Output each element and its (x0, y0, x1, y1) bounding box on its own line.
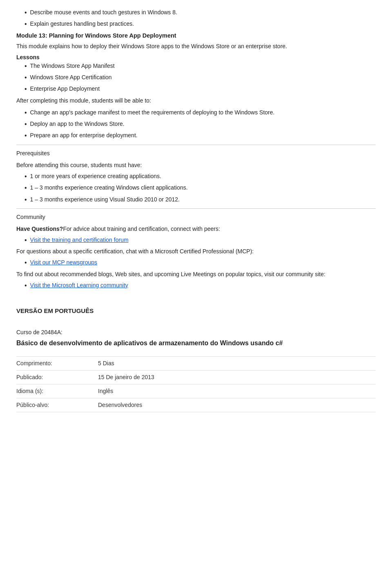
objective-item: • Change an app's package manifest to me… (16, 108, 376, 117)
info-label: Idioma (s): (16, 384, 98, 398)
info-label: Público-alvo: (16, 398, 98, 412)
objective-item: • Prepare an app for enterprise deployme… (16, 131, 376, 140)
prerequisites-section: Prerequisites Before attending this cour… (16, 149, 376, 204)
divider (16, 145, 376, 145)
lesson-text: Enterprise App Deployment (30, 85, 100, 93)
community-title: Community (16, 213, 376, 221)
prereq-item: • 1 – 3 months experience creating Windo… (16, 183, 376, 192)
community-link[interactable]: Visit the Microsoft Learning community (30, 281, 128, 290)
curso-section: Curso de 20484A: Básico de desenvolvimen… (16, 328, 376, 412)
bullet-icon: • (24, 20, 27, 29)
versao-title: VERSÃO EM PORTUGUÊS (16, 306, 376, 316)
community-link[interactable]: Visit our MCP newsgroups (30, 258, 97, 267)
lessons-label: Lessons (16, 54, 40, 60)
bullet-icon: • (24, 85, 27, 94)
bullet-icon: • (24, 258, 27, 267)
community-item: • Visit the training and certification f… (16, 236, 376, 245)
prereq-text: 1 or more years of experience creating a… (30, 172, 161, 181)
have-questions-bold: Have Questions? (16, 226, 63, 232)
versao-section: VERSÃO EM PORTUGUÊS Curso de 20484A: Bás… (16, 306, 376, 412)
for-questions-text: For questions about a specific certifica… (16, 247, 376, 256)
info-row: Idioma (s):Inglês (16, 384, 376, 398)
bullet-icon: • (24, 131, 27, 140)
curso-label: Curso de 20484A: (16, 328, 376, 337)
info-row: Publicado:15 De janeiro de 2013 (16, 370, 376, 384)
divider (16, 208, 376, 209)
info-row: Comprimento:5 Dias (16, 356, 376, 370)
before-text: Before attending this course, students m… (16, 161, 376, 170)
intro-bullets: • Describe mouse events and touch gestur… (16, 8, 376, 29)
lessons-block: Lessons • The Windows Store App Manifest… (16, 53, 376, 94)
module-description: This module explains how to deploy their… (16, 42, 376, 51)
objective-text: Change an app's package manifest to meet… (30, 108, 275, 117)
prerequisites-title: Prerequisites (16, 149, 376, 158)
module-title: Module 13: Planning for Windows Store Ap… (16, 31, 376, 40)
info-label: Publicado: (16, 370, 98, 384)
bullet-icon: • (24, 195, 27, 204)
lesson-text: Windows Store App Certification (30, 73, 112, 82)
info-table: Comprimento:5 DiasPublicado:15 De janeir… (16, 356, 376, 412)
have-questions-rest: For advice about training and certificat… (63, 226, 220, 232)
module13-section: Module 13: Planning for Windows Store Ap… (16, 31, 376, 141)
community-section: Community Have Questions?For advice abou… (16, 213, 376, 290)
prereq-item: • 1 – 3 months experience using Visual S… (16, 195, 376, 204)
community-item: • Visit the Microsoft Learning community (16, 281, 376, 290)
have-questions: Have Questions?For advice about training… (16, 225, 376, 233)
bullet-text: Explain gestures handling best practices… (30, 20, 134, 28)
bullet-icon: • (24, 183, 27, 192)
to-find-out-text: To find out about recommended blogs, Web… (16, 270, 376, 279)
prereq-text: 1 – 3 months experience creating Windows… (30, 183, 188, 192)
bullet-icon: • (24, 108, 27, 117)
info-value: Desenvolvedores (98, 398, 376, 412)
bullet-icon: • (24, 73, 27, 82)
bullet-icon: • (24, 236, 27, 245)
community-link[interactable]: Visit the training and certification for… (30, 236, 129, 244)
objective-item: • Deploy an app to the Windows Store. (16, 120, 376, 129)
after-completing-text: After completing this module, students w… (16, 96, 376, 105)
lesson-item: • Windows Store App Certification (16, 73, 376, 82)
bullet-icon: • (24, 120, 27, 129)
community-item: • Visit our MCP newsgroups (16, 258, 376, 267)
lesson-item: • The Windows Store App Manifest (16, 62, 376, 71)
bullet-text: Describe mouse events and touch gestures… (30, 8, 177, 17)
bullet-icon: • (24, 62, 27, 71)
info-row: Público-alvo:Desenvolvedores (16, 398, 376, 412)
curso-main-title: Básico de desenvolvimento de aplicativos… (16, 338, 376, 348)
bullet-icon: • (24, 281, 27, 290)
prereq-text: 1 – 3 months experience using Visual Stu… (30, 195, 180, 204)
bullet-icon: • (24, 172, 27, 181)
objective-text: Prepare an app for enterprise deployment… (30, 131, 138, 140)
objective-text: Deploy an app to the Windows Store. (30, 120, 125, 128)
info-value: 5 Dias (98, 356, 376, 370)
lesson-item: • Enterprise App Deployment (16, 85, 376, 94)
bullet-icon: • (24, 8, 27, 17)
info-value: Inglês (98, 384, 376, 398)
bullet-item: • Describe mouse events and touch gestur… (16, 8, 376, 17)
info-value: 15 De janeiro de 2013 (98, 370, 376, 384)
info-label: Comprimento: (16, 356, 98, 370)
bullet-item: • Explain gestures handling best practic… (16, 20, 376, 29)
lesson-text: The Windows Store App Manifest (30, 62, 115, 70)
prereq-item: • 1 or more years of experience creating… (16, 172, 376, 181)
